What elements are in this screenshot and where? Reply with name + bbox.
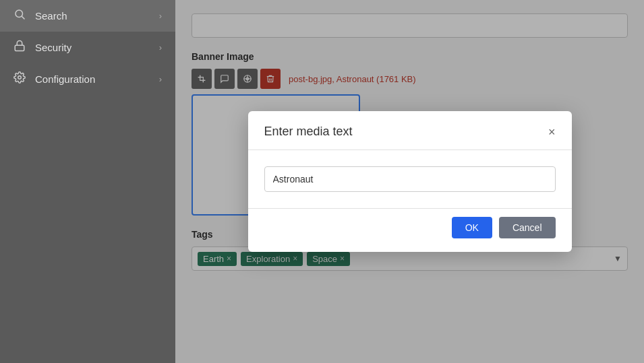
modal-title: Enter media text — [264, 125, 353, 139]
modal-cancel-button[interactable]: Cancel — [499, 217, 556, 238]
modal-ok-button[interactable]: OK — [452, 217, 492, 238]
modal-text-input[interactable] — [264, 166, 556, 192]
modal-body — [248, 150, 572, 208]
modal-header: Enter media text × — [248, 111, 572, 150]
sidebar-item-configuration[interactable]: Configuration › — [0, 63, 175, 95]
sidebar-item-configuration-label: Configuration — [35, 73, 95, 85]
modal-footer: OK Cancel — [248, 208, 572, 252]
modal-close-button[interactable]: × — [548, 126, 556, 138]
svg-point-0 — [16, 10, 23, 18]
sidebar-item-security-label: Security — [35, 42, 71, 53]
svg-line-1 — [22, 16, 24, 19]
modal-overlay: Enter media text × OK Cancel — [175, 0, 644, 363]
sidebar-item-search[interactable]: Search › — [0, 0, 175, 32]
main-content: Banner Image — [175, 0, 644, 363]
chevron-right-icon: › — [159, 11, 162, 21]
chevron-right-icon-3: › — [159, 74, 162, 84]
gear-icon — [13, 71, 26, 87]
svg-rect-2 — [15, 45, 24, 51]
svg-point-3 — [18, 76, 22, 79]
chevron-right-icon-2: › — [159, 42, 162, 53]
sidebar-item-search-label: Search — [35, 10, 67, 22]
search-icon — [13, 8, 26, 24]
sidebar: Search › Security › Configuration › — [0, 0, 175, 363]
sidebar-item-security[interactable]: Security › — [0, 32, 175, 63]
lock-icon — [13, 40, 26, 55]
modal-dialog: Enter media text × OK Cancel — [248, 111, 572, 252]
